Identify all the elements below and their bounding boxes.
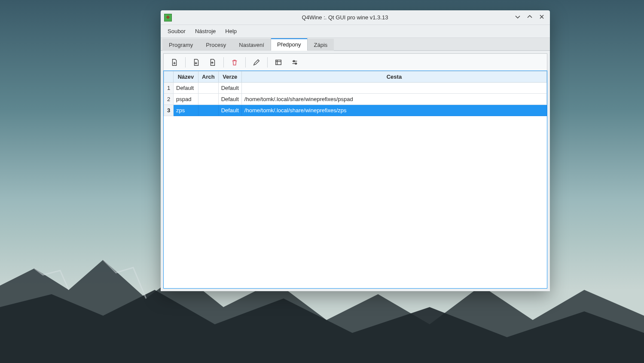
toolbar-separator [223, 57, 224, 68]
toolbar [163, 53, 547, 71]
svg-rect-4 [276, 60, 281, 65]
table-header-row[interactable]: Název Arch Verze Cesta [164, 71, 547, 83]
new-prefix-button[interactable] [167, 56, 182, 69]
cell-arch[interactable] [198, 105, 219, 116]
tabbar: Programy Procesy Nastavení Předpony Zápi… [161, 38, 550, 51]
toolbar-separator [267, 57, 268, 68]
column-header-name[interactable]: Název [174, 71, 198, 83]
cell-arch[interactable] [198, 94, 219, 105]
toolbar-separator [245, 57, 246, 68]
table-row[interactable]: 1DefaultDefault [164, 83, 547, 94]
app-window: ❖ Q4Wine :. Qt GUI pro wine v1.3.13 Soub… [161, 10, 550, 291]
menu-help[interactable]: Help [221, 26, 241, 36]
cell-name[interactable]: pspad [174, 94, 198, 105]
export-prefix-button[interactable] [205, 56, 220, 69]
edit-prefix-button[interactable] [249, 56, 264, 69]
cell-ver[interactable]: Default [218, 105, 241, 116]
column-header-arch[interactable]: Arch [198, 71, 219, 83]
close-button[interactable] [539, 14, 545, 22]
menu-file[interactable]: Soubor [163, 26, 190, 36]
tab-programs[interactable]: Programy [162, 39, 199, 51]
row-number: 2 [164, 94, 174, 105]
tab-prefixes[interactable]: Předpony [271, 38, 308, 51]
maximize-button[interactable] [527, 14, 533, 22]
cell-ver[interactable]: Default [218, 83, 241, 94]
table-empty-area [164, 116, 547, 280]
prefixes-table[interactable]: Název Arch Verze Cesta 1DefaultDefault2p… [163, 71, 547, 289]
show-details-button[interactable] [271, 56, 286, 69]
cell-ver[interactable]: Default [218, 94, 241, 105]
menubar: Soubor Nástroje Help [161, 25, 550, 38]
tab-processes[interactable]: Procesy [199, 39, 232, 51]
cell-path[interactable]: /home/tomk/.local/share/wineprefixes/zps [241, 105, 546, 116]
configure-button[interactable] [287, 56, 302, 69]
table-row[interactable]: 3zpsDefault/home/tomk/.local/share/winep… [164, 105, 547, 116]
minimize-button[interactable] [515, 14, 521, 22]
app-icon: ❖ [164, 14, 172, 22]
cell-arch[interactable] [198, 83, 219, 94]
content-pane: Název Arch Verze Cesta 1DefaultDefault2p… [161, 51, 550, 291]
row-number: 3 [164, 105, 174, 116]
cell-path[interactable] [241, 83, 546, 94]
import-prefix-button[interactable] [189, 56, 204, 69]
delete-prefix-button[interactable] [227, 56, 242, 69]
tab-settings[interactable]: Nastavení [232, 39, 271, 51]
tab-log[interactable]: Zápis [308, 39, 334, 51]
cell-name[interactable]: Default [174, 83, 198, 94]
titlebar[interactable]: ❖ Q4Wine :. Qt GUI pro wine v1.3.13 [161, 10, 550, 25]
cell-path[interactable]: /home/tomk/.local/share/wineprefixes/psp… [241, 94, 546, 105]
column-header-path[interactable]: Cesta [241, 71, 546, 83]
menu-tools[interactable]: Nástroje [191, 26, 220, 36]
toolbar-separator [185, 57, 186, 68]
cell-name[interactable]: zps [174, 105, 198, 116]
window-title: Q4Wine :. Qt GUI pro wine v1.3.13 [175, 14, 515, 21]
row-number-header [164, 71, 174, 83]
column-header-version[interactable]: Verze [218, 71, 241, 83]
row-number: 1 [164, 83, 174, 94]
table-row[interactable]: 2pspadDefault/home/tomk/.local/share/win… [164, 94, 547, 105]
